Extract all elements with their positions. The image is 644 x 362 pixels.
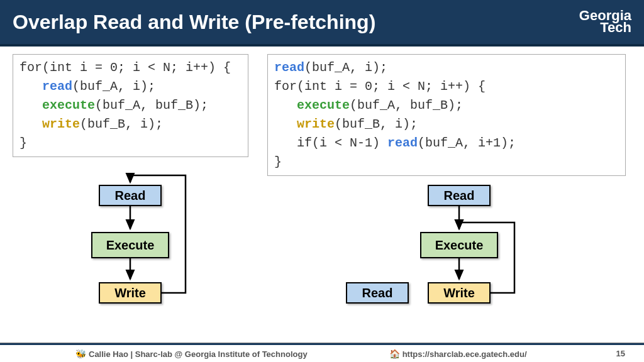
box-execute-left: Execute xyxy=(91,232,169,258)
code-block-right: read(buf_A, i); for(int i = 0; i < N; i+… xyxy=(267,54,626,176)
code-text xyxy=(274,117,297,131)
code-text xyxy=(19,117,42,131)
code-text: (buf_B, i); xyxy=(335,117,418,131)
page-number: 15 xyxy=(616,349,625,358)
code-keyword: write xyxy=(42,117,80,131)
code-text: (buf_B, i); xyxy=(80,117,163,131)
footer-author: 🐝Callie Hao | Sharc-lab @ Georgia Instit… xyxy=(75,349,308,359)
box-write-left: Write xyxy=(99,282,162,304)
gatech-logo: Georgia Tech xyxy=(579,10,631,33)
code-text: } xyxy=(19,136,27,150)
code-keyword: read xyxy=(274,60,304,75)
slide-title: Overlap Read and Write (Pre-fetching) xyxy=(13,11,375,34)
box-read-right-side: Read xyxy=(346,282,409,304)
footer-url: 🏠https://sharclab.ece.gatech.edu/ xyxy=(389,349,527,359)
code-keyword: read xyxy=(42,79,72,94)
code-text: for(int i = 0; i < N; i++) { xyxy=(274,79,486,94)
code-text: (buf_A, buf_B); xyxy=(350,98,463,112)
box-execute-right: Execute xyxy=(420,232,498,258)
code-keyword: execute xyxy=(42,98,95,112)
code-block-left: for(int i = 0; i < N; i++) { read(buf_A,… xyxy=(13,54,248,157)
code-keyword: execute xyxy=(297,98,350,112)
code-text: } xyxy=(274,155,282,169)
code-text xyxy=(19,79,42,94)
box-read-right-top: Read xyxy=(428,185,491,206)
code-text: (buf_A, i); xyxy=(72,79,155,94)
box-read-left: Read xyxy=(99,185,162,206)
slide-footer: 🐝Callie Hao | Sharc-lab @ Georgia Instit… xyxy=(0,343,644,362)
logo-line2: Tech xyxy=(579,22,631,34)
code-keyword: write xyxy=(297,117,335,131)
code-text: (buf_A, buf_B); xyxy=(95,98,208,112)
slide-content: for(int i = 0; i < N; i++) { read(buf_A,… xyxy=(0,47,644,336)
home-icon: 🏠 xyxy=(389,349,400,359)
code-text: if(i < N-1) xyxy=(274,136,387,150)
code-text xyxy=(274,98,297,112)
code-text xyxy=(19,98,42,112)
slide-header: Overlap Read and Write (Pre-fetching) Ge… xyxy=(0,0,644,47)
code-text: for(int i = 0; i < N; i++) { xyxy=(19,60,231,75)
code-text: (buf_A, i); xyxy=(304,60,387,75)
bee-icon: 🐝 xyxy=(75,349,86,359)
code-keyword: read xyxy=(387,136,418,150)
code-text: (buf_A, i+1); xyxy=(418,136,516,150)
box-write-right: Write xyxy=(428,282,491,304)
